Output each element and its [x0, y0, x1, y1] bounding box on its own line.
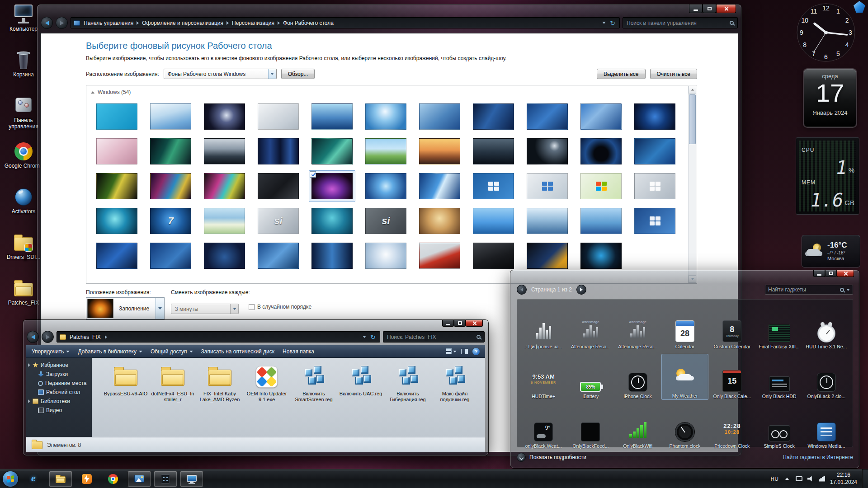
sidebar-item[interactable]: Недавние места [26, 379, 92, 388]
file-item[interactable]: BypassESU-v9-AIO [104, 364, 148, 397]
wallpaper-thumbnail[interactable] [365, 138, 406, 164]
volume-tray-icon[interactable] [807, 476, 814, 482]
date-gadget[interactable]: среда 17 Январь 2024 [804, 69, 856, 127]
gadget-item[interactable]: Final Fantasy XIII... [755, 304, 802, 350]
next-page-button[interactable] [576, 285, 586, 295]
breadcrumb-item[interactable]: Фон Рабочего стола [280, 20, 336, 26]
network-tray-icon[interactable] [819, 476, 825, 482]
sidebar-item[interactable]: Видео [26, 406, 92, 415]
wallpaper-thumbnail[interactable] [96, 243, 137, 269]
wallpaper-thumbnail[interactable] [96, 173, 137, 199]
cpu-meter-gadget[interactable]: CPU1%MEM1.6GB [796, 137, 859, 215]
maximize-button[interactable] [703, 5, 716, 13]
close-button[interactable] [837, 270, 854, 277]
wallpaper-thumbnail[interactable] [527, 103, 568, 130]
wallpaper-thumbnail[interactable] [258, 173, 299, 199]
taskbar-item-gwin[interactable] [154, 471, 177, 487]
wallpaper-thumbnail[interactable] [96, 208, 137, 234]
wallpaper-thumbnail[interactable] [634, 103, 675, 130]
gadget-item[interactable]: 9°onlyBlack Weat... [520, 404, 567, 450]
wallpaper-thumbnail[interactable] [311, 173, 353, 199]
gadget-item[interactable]: 9:53 AM6 NOVEMBERHUDTime+ [520, 354, 567, 400]
file-item[interactable]: Включить Гибернация.reg [386, 364, 430, 403]
wallpaper-thumbnail[interactable] [204, 243, 245, 269]
analog-clock-gadget[interactable]: 121234567891011 [794, 1, 858, 64]
wallpaper-thumbnail[interactable] [527, 173, 568, 199]
gadget-search[interactable]: Найти гаджеты [765, 285, 853, 295]
back-button[interactable] [41, 17, 53, 29]
scroll-up-button[interactable] [689, 86, 696, 94]
back-button[interactable] [27, 331, 39, 343]
hidden-icons-button[interactable] [783, 475, 791, 483]
language-indicator[interactable]: RU [771, 476, 778, 482]
breadcrumb-item[interactable]: Персонализация [229, 20, 277, 26]
toolbar-item[interactable]: Новая папка [283, 348, 314, 355]
gadget-item[interactable]: Only Black HDD [755, 354, 802, 400]
wallpaper-thumbnail[interactable] [365, 243, 406, 269]
refresh-icon[interactable]: ↻ [369, 333, 377, 341]
wallpaper-scrollbar[interactable] [688, 86, 696, 283]
wallpaper-thumbnail[interactable] [150, 173, 191, 199]
browse-button[interactable]: Обзор... [281, 69, 315, 79]
wallpaper-thumbnail[interactable] [580, 103, 622, 130]
taskbar-item-sdi[interactable] [180, 471, 203, 487]
taskbar-item-media[interactable] [75, 471, 99, 487]
wallpaper-thumbnail[interactable] [580, 243, 622, 269]
clear-all-button[interactable]: Очистить все [650, 69, 697, 79]
thumbnail-checkbox[interactable] [310, 171, 316, 178]
breadcrumb-item[interactable]: Patches_FIX [67, 334, 104, 340]
tray-clock[interactable]: 22:16 17.01.2024 [830, 472, 857, 486]
select-all-button[interactable]: Выделить все [597, 69, 646, 79]
file-item[interactable]: Включить UAC.reg [339, 364, 383, 397]
wallpaper-thumbnail[interactable] [150, 138, 191, 164]
wallpaper-thumbnail[interactable] [419, 208, 460, 234]
gadget-item[interactable]: Windows Media... [803, 404, 850, 450]
wallpaper-thumbnail[interactable] [419, 173, 460, 199]
views-button[interactable] [446, 348, 457, 354]
wallpaper-thumbnail[interactable] [419, 103, 460, 130]
wallpaper-thumbnail[interactable] [634, 138, 675, 164]
wallpaper-thumbnail[interactable] [311, 208, 353, 234]
gadget-item[interactable]: 15Only Black Cale... [708, 354, 755, 400]
minimize-button[interactable] [689, 5, 703, 13]
gadget-item[interactable]: HUD Time 3.1 Ne... [803, 304, 850, 350]
change-interval-select[interactable]: 3 минуты [171, 304, 239, 314]
wallpaper-thumbnail[interactable] [258, 243, 299, 269]
wallpaper-thumbnail[interactable] [473, 208, 514, 234]
forward-button[interactable] [42, 331, 54, 343]
find-gadgets-online-link[interactable]: Найти гаджеты в Интернете [783, 454, 853, 460]
sidebar-header[interactable]: Библиотеки [26, 397, 92, 406]
gadget-item[interactable]: iPhone Clock [614, 354, 661, 400]
address-dropdown-icon[interactable] [600, 22, 608, 24]
wallpaper-thumbnail[interactable] [527, 208, 568, 234]
wallpaper-thumbnail[interactable] [96, 103, 137, 130]
address-bar[interactable]: Панель управленияОформление и персонализ… [71, 17, 620, 28]
gadget-item[interactable]: OnlyBlackFeed... [567, 404, 614, 450]
gadget-item[interactable]: 22:2810:28Pricedown Clock [708, 404, 755, 450]
gadget-item[interactable]: 8ThursdayCustom Calendar [708, 304, 755, 350]
wallpaper-thumbnail[interactable]: 7 [150, 208, 191, 234]
wallpaper-thumbnail[interactable] [527, 138, 568, 164]
wallpaper-thumbnail[interactable] [473, 138, 514, 164]
taskbar-item-ie[interactable] [23, 471, 46, 487]
wallpaper-thumbnail[interactable] [204, 208, 245, 234]
wallpaper-thumbnail[interactable] [580, 138, 622, 164]
wallpaper-thumbnail[interactable] [311, 103, 353, 130]
file-item[interactable]: Макс файл подкачки.reg [433, 364, 477, 403]
wallpaper-thumbnail[interactable] [473, 173, 514, 199]
wallpaper-thumbnail[interactable] [634, 208, 675, 234]
taskbar-item-chrome[interactable] [101, 471, 125, 487]
minimize-button[interactable] [813, 270, 825, 277]
wallpaper-thumbnail[interactable] [258, 138, 299, 164]
wallpaper-thumbnail[interactable] [150, 243, 191, 269]
gadget-item[interactable]: AfterimageAfterimage Reso... [567, 304, 614, 350]
wallpaper-thumbnail[interactable] [365, 173, 406, 199]
display-tray-icon[interactable] [796, 476, 802, 481]
close-button[interactable] [466, 320, 483, 327]
breadcrumb-item[interactable]: Оформление и персонализация [139, 20, 226, 26]
wallpaper-thumbnail[interactable]: si [258, 208, 299, 234]
toolbar-item[interactable]: Записать на оптический диск [201, 348, 275, 355]
wallpaper-thumbnail[interactable] [365, 103, 406, 130]
gadget-item[interactable]: OnlyBLack 2 clo... [803, 354, 850, 400]
help-icon[interactable]: ? [472, 348, 480, 355]
